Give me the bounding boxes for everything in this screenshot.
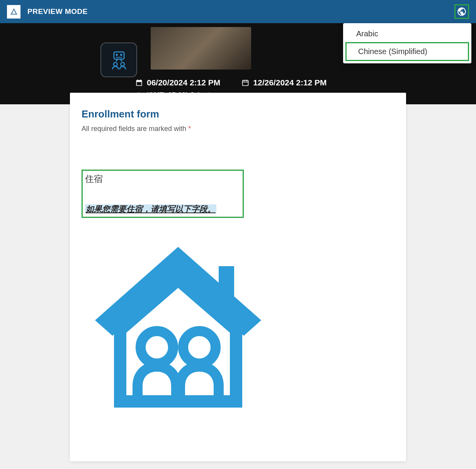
enrollment-card: Enrollment form All required fields are … [70,93,406,461]
svg-rect-5 [243,80,248,85]
app-logo [7,5,20,19]
required-note-text: All required fields are marked with [82,125,188,133]
event-dates: 06/20/2024 2:12 PM 12/26/2024 2:12 PM [135,78,476,87]
end-date: 12/26/2024 2:12 PM [241,78,326,87]
hero-image [151,27,251,70]
start-date-text: 06/20/2024 2:12 PM [147,78,220,87]
logo-glyph [10,8,18,15]
svg-point-13 [183,331,216,364]
accommodation-section: 住宿 如果您需要住宿，请填写以下字段。 [82,170,244,218]
calendar-filled-icon [135,79,143,87]
globe-icon [457,7,467,17]
svg-point-2 [121,54,122,55]
main-content: Enrollment form All required fields are … [0,93,476,461]
house-people-icon [82,229,275,415]
language-option-chinese-simplified[interactable]: Chinese (Simplified) [345,42,469,61]
community-icon [107,48,131,71]
community-icon-badge [100,42,137,77]
required-asterisk: * [188,125,191,133]
language-dropdown: Arabic Chinese (Simplified) [343,23,471,63]
accommodation-image [82,229,394,415]
header-bar: PREVIEW MODE [0,0,476,23]
language-selector-button[interactable] [454,4,469,19]
preview-mode-label: PREVIEW MODE [27,7,88,16]
accommodation-section-subtitle: 如果您需要住宿，请填写以下字段。 [85,204,216,213]
language-option-arabic[interactable]: Arabic [345,25,470,42]
end-date-text: 12/26/2024 2:12 PM [253,78,326,87]
required-fields-note: All required fields are marked with * [82,125,394,133]
start-date: 06/20/2024 2:12 PM [135,78,220,87]
svg-point-4 [121,63,124,66]
svg-point-1 [116,54,117,55]
svg-point-3 [113,63,117,66]
accommodation-section-title: 住宿 [85,173,240,185]
svg-rect-0 [114,52,124,59]
form-title: Enrollment form [82,108,394,120]
svg-point-12 [141,331,173,364]
calendar-outline-icon [241,79,249,87]
